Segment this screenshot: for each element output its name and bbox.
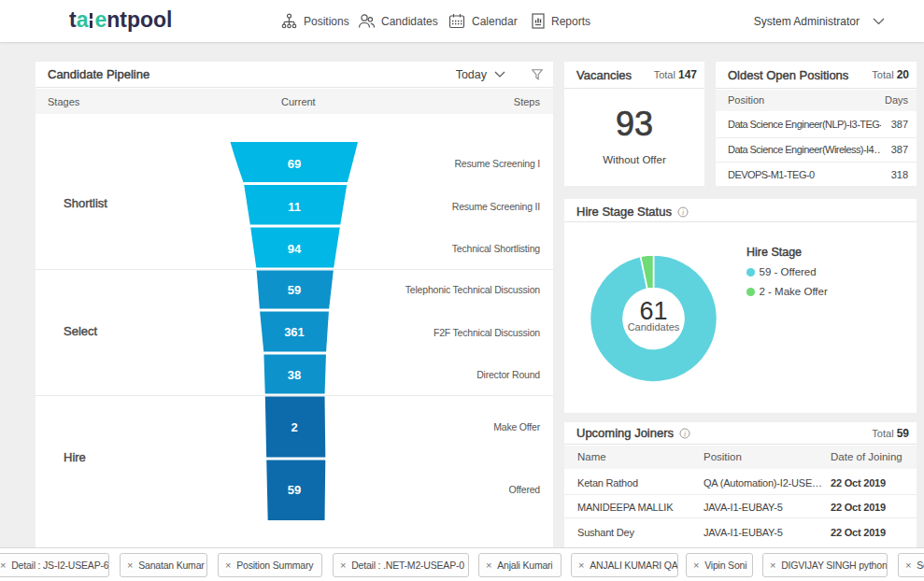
svg-text:i: i <box>684 429 686 437</box>
